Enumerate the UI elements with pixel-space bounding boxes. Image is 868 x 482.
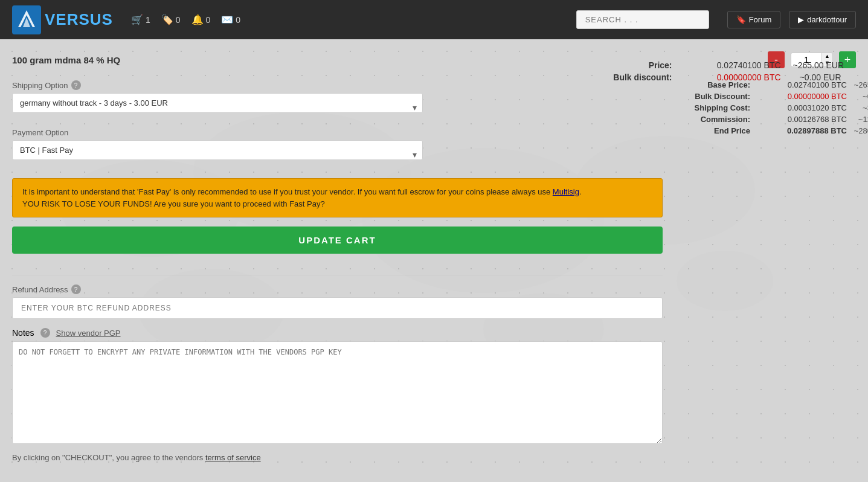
notifications-icon[interactable]: 🔔 0: [191, 14, 211, 25]
end-price-detail-label: End Price: [669, 126, 750, 135]
payment-label: Payment Option: [12, 128, 663, 137]
warning-text1: It is important to understand that 'Fast…: [22, 187, 553, 196]
multisig-link[interactable]: Multisig: [553, 187, 579, 196]
warning-box: It is important to understand that 'Fast…: [12, 178, 663, 217]
notes-label-row: Notes ? Show vendor PGP: [12, 328, 663, 338]
payment-select[interactable]: BTC | Fast Pay: [12, 140, 423, 160]
base-price-detail-label: Base Price:: [669, 80, 750, 89]
bookmark-icon: 🔖: [736, 15, 746, 24]
commission-detail-btc: 0.00126768 BTC: [756, 115, 847, 124]
end-price-detail-row: End Price 0.02897888 BTC ~280.25 EUR: [669, 126, 856, 135]
bulk-discount-detail-btc: 0.00000000 BTC: [756, 92, 847, 101]
refund-help-icon[interactable]: ?: [71, 284, 81, 294]
user-button[interactable]: ▶ darkdottour: [789, 11, 856, 28]
search-input[interactable]: [576, 10, 709, 29]
shipping-cost-detail-btc: 0.00031020 BTC: [756, 103, 847, 112]
show-pgp-link[interactable]: Show vendor PGP: [56, 329, 121, 338]
logo[interactable]: VERSUS: [12, 5, 113, 34]
notes-help-icon[interactable]: ?: [40, 328, 50, 338]
bulk-discount-detail-row: Bulk Discount: 0.00000000 BTC ~0.00 EUR: [669, 92, 856, 101]
terms-text: By clicking on "CHECKOUT", you agree to …: [12, 453, 205, 462]
terms-link[interactable]: terms of service: [205, 453, 261, 462]
shipping-cost-detail-eur: ~3.00 EUR: [853, 103, 868, 112]
shipping-select-wrapper[interactable]: germany without track - 3 days - 3.00 EU…: [12, 93, 423, 122]
forum-button[interactable]: 🔖 Forum: [727, 11, 781, 28]
terms-row: By clicking on "CHECKOUT", you agree to …: [12, 453, 663, 462]
notes-label: Notes: [12, 328, 34, 338]
price-btc: 0.02740100 BTC: [684, 60, 781, 70]
divider: [12, 275, 663, 275]
nav-icons: 🛒 1 🏷️ 0 🔔 0 ✉️ 0: [131, 14, 240, 25]
refund-section: Refund Address ?: [12, 284, 663, 319]
payment-section: Payment Option BTC | Fast Pay: [12, 128, 663, 169]
base-price-detail-eur: ~265.00 EUR: [853, 80, 868, 89]
messages-icon[interactable]: ✉️ 0: [221, 14, 240, 25]
shipping-help-icon[interactable]: ?: [71, 80, 81, 90]
form-area: Shipping Option ? germany without track …: [12, 80, 856, 462]
shipping-label: Shipping Option ?: [12, 80, 663, 90]
commission-detail-eur: ~12.25 EUR: [853, 115, 868, 124]
bulk-discount-detail-label: Bulk Discount:: [669, 92, 750, 101]
coins-icon[interactable]: 🏷️ 0: [161, 14, 181, 25]
product-bar: 100 gram mdma 84 % HQ - ▲ ▼ + Price: 0.0…: [12, 51, 856, 68]
price-eur: ~265.00 EUR: [793, 60, 844, 70]
cart-icon[interactable]: 🛒 1: [131, 14, 150, 25]
shipping-select[interactable]: germany without track - 3 days - 3.00 EU…: [12, 93, 423, 113]
base-price-detail-btc: 0.02740100 BTC: [756, 80, 847, 89]
end-price-detail-btc: 0.02897888 BTC: [756, 126, 847, 135]
shipping-section: Shipping Option ? germany without track …: [12, 80, 663, 122]
notes-section: Notes ? Show vendor PGP: [12, 328, 663, 446]
bulk-discount-detail-eur: ~0.00 EUR: [853, 92, 868, 101]
shipping-cost-detail-row: Shipping Cost: 0.00031020 BTC ~3.00 EUR: [669, 103, 856, 112]
base-price-detail-row: Base Price: 0.02740100 BTC ~265.00 EUR: [669, 80, 856, 89]
cart-wrapper: 100 gram mdma 84 % HQ - ▲ ▼ + Price: 0.0…: [12, 51, 856, 462]
refund-label: Refund Address ?: [12, 284, 663, 294]
price-row: Price: 0.02740100 BTC ~265.00 EUR: [600, 60, 844, 70]
chevron-right-icon: ▶: [798, 15, 804, 24]
end-price-detail-eur: ~280.25 EUR: [853, 126, 868, 135]
warning-text3: YOU RISK TO LOSE YOUR FUNDS! Are you sur…: [22, 199, 325, 208]
shipping-cost-detail-label: Shipping Cost:: [669, 103, 750, 112]
commission-detail-label: Commission:: [669, 115, 750, 124]
payment-select-wrapper[interactable]: BTC | Fast Pay: [12, 140, 423, 169]
search-box[interactable]: [576, 10, 709, 29]
main-content: 100 gram mdma 84 % HQ - ▲ ▼ + Price: 0.0…: [0, 39, 868, 482]
update-cart-button[interactable]: UPDATE CART: [12, 227, 663, 254]
notes-textarea[interactable]: [12, 341, 663, 444]
header: VERSUS 🛒 1 🏷️ 0 🔔 0 ✉️ 0 🔖 Forum ▶ dar: [0, 0, 868, 39]
header-links: 🔖 Forum ▶ darkdottour: [727, 11, 856, 28]
price-label: Price:: [600, 60, 672, 70]
quantity-spinner-up[interactable]: ▲: [822, 53, 832, 60]
logo-text: VERSUS: [45, 10, 113, 29]
refund-address-input[interactable]: [12, 297, 663, 319]
detail-prices: Base Price: 0.02740100 BTC ~265.00 EUR B…: [669, 80, 856, 138]
commission-detail-row: Commission: 0.00126768 BTC ~12.25 EUR: [669, 115, 856, 124]
